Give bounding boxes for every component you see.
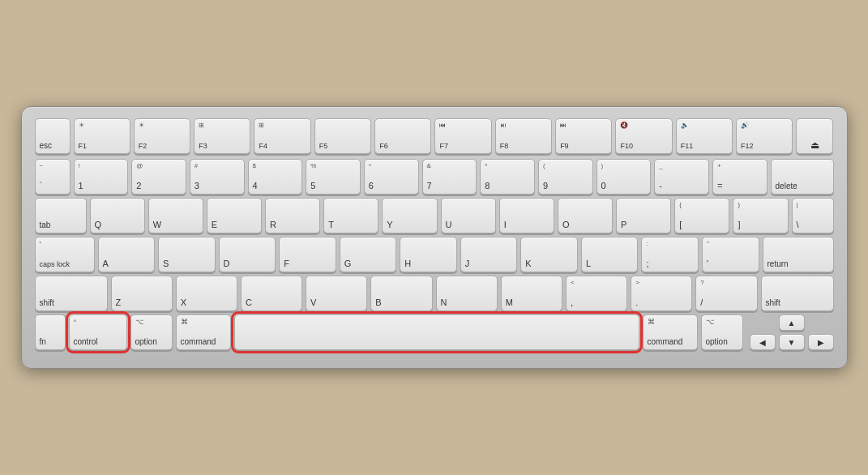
key-4[interactable]: $ 4 <box>248 159 303 195</box>
key-f9[interactable]: ⏭ F9 <box>555 118 612 154</box>
key-e[interactable]: E <box>207 198 262 233</box>
key-semicolon[interactable]: : ; <box>641 237 699 272</box>
key-t[interactable]: T <box>323 198 378 233</box>
key-f7[interactable]: ⏮ F7 <box>434 118 491 154</box>
key-f5[interactable]: F5 <box>314 118 371 154</box>
key-arrow-down[interactable]: ▼ <box>779 334 805 350</box>
key-arrow-right[interactable]: ▶ <box>808 334 834 350</box>
key-control[interactable]: ^ control <box>69 315 127 350</box>
key-2[interactable]: @ 2 <box>131 159 186 195</box>
key-x[interactable]: X <box>176 276 237 311</box>
key-3[interactable]: # 3 <box>190 159 245 195</box>
key-a[interactable]: A <box>98 237 156 272</box>
key-s[interactable]: S <box>158 237 216 272</box>
key-tab[interactable]: tab <box>35 198 87 233</box>
key-shift-right[interactable]: shift <box>761 276 834 311</box>
key-m[interactable]: M <box>501 276 562 311</box>
key-o[interactable]: O <box>558 198 613 233</box>
key-f1[interactable]: ☀ F1 <box>74 118 130 154</box>
key-p[interactable]: P <box>616 198 671 233</box>
key-space[interactable] <box>234 315 639 350</box>
key-option-right[interactable]: ⌥ option <box>701 315 743 350</box>
key-6[interactable]: ^ 6 <box>364 159 419 195</box>
shift-row: shift Z X C V B N M <box>35 276 834 311</box>
key-fn[interactable]: fn <box>35 315 66 350</box>
key-arrow-up[interactable]: ▲ <box>779 315 805 331</box>
arrow-key-cluster: ▲ ◀ ▼ ▶ <box>750 315 834 350</box>
key-w[interactable]: W <box>148 198 203 233</box>
key-v[interactable]: V <box>306 276 367 311</box>
key-0[interactable]: ) 0 <box>596 159 652 195</box>
key-f[interactable]: F <box>279 237 336 272</box>
key-8[interactable]: * 8 <box>480 159 535 195</box>
key-f6[interactable]: F6 <box>374 118 431 154</box>
key-esc[interactable]: esc <box>35 118 71 154</box>
key-q[interactable]: Q <box>90 198 145 233</box>
key-comma[interactable]: < , <box>566 276 627 311</box>
key-eject[interactable]: ⏏ <box>796 118 833 154</box>
key-equals[interactable]: + = <box>712 159 768 195</box>
key-quote[interactable]: " ' <box>702 237 759 272</box>
key-n[interactable]: N <box>436 276 498 311</box>
key-period[interactable]: > . <box>631 276 692 311</box>
fn-row: esc ☀ F1 ☀ F2 ⊞ F3 ⊞ F4 F5 F6 <box>35 118 834 154</box>
key-c[interactable]: C <box>241 276 302 311</box>
key-f12[interactable]: 🔊 F12 <box>736 118 793 154</box>
key-arrow-left[interactable]: ◀ <box>750 334 776 350</box>
key-r[interactable]: R <box>265 198 320 233</box>
key-bracket-right[interactable]: } ] <box>733 198 788 233</box>
key-h[interactable]: H <box>400 237 457 272</box>
key-d[interactable]: D <box>219 237 276 272</box>
bottom-row: fn ^ control ⌥ option ⌘ command ⌘ comman… <box>35 315 834 350</box>
key-bracket-left[interactable]: { [ <box>674 198 729 233</box>
key-g[interactable]: G <box>340 237 397 272</box>
key-backtick[interactable]: ~ ` <box>35 159 71 195</box>
keyboard-image: esc ☀ F1 ☀ F2 ⊞ F3 ⊞ F4 F5 F6 <box>21 106 848 369</box>
key-5[interactable]: % 5 <box>306 159 361 195</box>
key-minus[interactable]: _ - <box>654 159 709 195</box>
key-f8[interactable]: ⏯ F8 <box>495 118 552 154</box>
keyboard: esc ☀ F1 ☀ F2 ⊞ F3 ⊞ F4 F5 F6 <box>21 106 848 369</box>
key-command-right[interactable]: ⌘ command <box>643 315 698 350</box>
key-f10[interactable]: 🔇 F10 <box>615 118 672 154</box>
key-k[interactable]: K <box>520 237 578 272</box>
key-command-left[interactable]: ⌘ command <box>176 315 231 350</box>
key-return[interactable]: return <box>763 237 834 272</box>
qwerty-row: tab Q W E R T Y U I <box>35 198 834 233</box>
key-caps-lock[interactable]: • caps lock <box>35 237 95 272</box>
arrow-up-row: ▲ <box>750 315 834 331</box>
key-delete[interactable]: delete <box>771 159 834 195</box>
key-shift-left[interactable]: shift <box>35 276 108 311</box>
key-u[interactable]: U <box>441 198 496 233</box>
key-f3[interactable]: ⊞ F3 <box>194 118 250 154</box>
key-7[interactable]: & 7 <box>422 159 477 195</box>
key-j[interactable]: J <box>460 237 518 272</box>
key-b[interactable]: B <box>370 276 432 311</box>
key-backslash[interactable]: | \ <box>792 198 834 233</box>
key-l[interactable]: L <box>581 237 639 272</box>
key-f11[interactable]: 🔈 F11 <box>676 118 733 154</box>
key-i[interactable]: I <box>499 198 554 233</box>
key-option-left[interactable]: ⌥ option <box>130 315 173 350</box>
arrow-bottom-row: ◀ ▼ ▶ <box>750 334 834 350</box>
key-z[interactable]: Z <box>111 276 173 311</box>
key-f4[interactable]: ⊞ F4 <box>254 118 310 154</box>
key-slash[interactable]: ? / <box>695 276 757 311</box>
key-9[interactable]: ( 9 <box>538 159 593 195</box>
number-row: ~ ` ! 1 @ 2 # 3 $ 4 % 5 <box>35 159 834 195</box>
key-y[interactable]: Y <box>382 198 437 233</box>
key-1[interactable]: ! 1 <box>74 159 129 195</box>
home-row: • caps lock A S D F G H J <box>35 237 834 272</box>
key-f2[interactable]: ☀ F2 <box>134 118 190 154</box>
